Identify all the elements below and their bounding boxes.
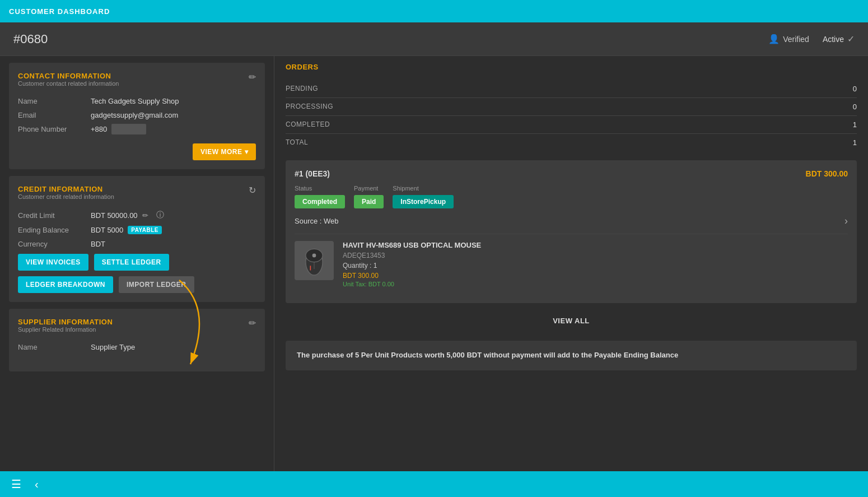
import-ledger-label: IMPORT LEDGER xyxy=(127,281,186,289)
orders-total-label: TOTAL xyxy=(286,138,308,147)
supplier-type-label: Supplier Type xyxy=(91,343,135,351)
supplier-info-title-block: SUPPLIER INFORMATION Supplier Related In… xyxy=(18,318,113,341)
back-icon[interactable]: ‹ xyxy=(35,478,39,491)
order-card: #1 (0EE3) BDT 300.00 Status Completed Pa… xyxy=(286,160,857,303)
ledger-breakdown-label: LEDGER BREAKDOWN xyxy=(26,281,105,289)
ending-balance-label: Ending Balance xyxy=(18,226,91,234)
supplier-edit-icon[interactable]: ✏ xyxy=(249,318,256,328)
orders-total-value: 1 xyxy=(853,138,857,147)
phone-blurred xyxy=(111,124,146,134)
orders-pending-row: PENDING 0 xyxy=(286,80,857,98)
view-invoices-label: VIEW INVOICES xyxy=(26,258,81,266)
orders-pending-value: 0 xyxy=(853,85,857,93)
header-status-area: 👤 Verified Active ✓ xyxy=(768,34,855,44)
credit-limit-value: BDT 50000.00 xyxy=(91,211,138,220)
notice-text: The purchase of 5 Per Unit Products wort… xyxy=(297,351,678,359)
order-amount: BDT 300.00 xyxy=(806,169,848,178)
contact-info-title: CONTACT INFORMATION xyxy=(18,72,119,80)
customer-id: #0680 xyxy=(13,32,48,47)
orders-processing-label: PROCESSING xyxy=(286,103,333,111)
credit-limit-value-row: BDT 50000.00 ✏ ⓘ xyxy=(91,210,164,220)
chevron-right-icon[interactable]: › xyxy=(844,215,848,227)
contact-phone-label: Phone Number xyxy=(18,125,91,133)
contact-phone-value: +880 xyxy=(91,125,146,133)
product-price: BDT 300.00 xyxy=(343,272,848,280)
orders-total-row: TOTAL 1 xyxy=(286,134,857,151)
orders-title: ORDERS xyxy=(286,63,857,71)
credit-info-title: CREDIT INFORMATION xyxy=(18,185,114,193)
credit-info-subtitle: Customer credit related information xyxy=(18,193,114,200)
supplier-info-card: SUPPLIER INFORMATION Supplier Related In… xyxy=(9,309,265,371)
ending-balance-value-row: BDT 5000 PAYABLE xyxy=(91,226,162,234)
order-card-header: #1 (0EE3) BDT 300.00 xyxy=(295,169,848,178)
shipment-col-label: Shipment xyxy=(393,185,454,192)
orders-processing-value: 0 xyxy=(853,103,857,111)
shipment-col: Shipment InStorePickup xyxy=(393,185,454,208)
product-image xyxy=(295,241,334,280)
status-col-label: Status xyxy=(295,185,345,192)
currency-value: BDT xyxy=(91,240,105,248)
view-more-button[interactable]: VIEW MORE ▾ xyxy=(193,143,256,160)
product-details: HAVIT HV-MS689 USB OPTICAL MOUSE ADEQE13… xyxy=(343,241,848,287)
mouse-product-svg xyxy=(300,243,328,279)
right-panel: ORDERS PENDING 0 PROCESSING 0 COMPLETED … xyxy=(274,56,868,471)
active-label: Active xyxy=(823,35,844,44)
product-tax: Unit Tax: BDT 0.00 xyxy=(343,281,848,287)
credit-button-row-2: LEDGER BREAKDOWN IMPORT LEDGER xyxy=(18,276,256,293)
source-row: Source : Web › xyxy=(295,215,848,227)
contact-info-title-block: CONTACT INFORMATION Customer contact rel… xyxy=(18,72,119,95)
ending-balance-value: BDT 5000 xyxy=(91,226,123,234)
product-sku: ADEQE13453 xyxy=(343,252,848,259)
shipment-badge: InStorePickup xyxy=(393,195,454,208)
menu-icon[interactable]: ☰ xyxy=(11,477,21,491)
contact-info-header: CONTACT INFORMATION Customer contact rel… xyxy=(18,72,256,95)
bottom-bar: ☰ ‹ xyxy=(0,471,868,497)
contact-email-value: gadgetssupply@gmail.com xyxy=(91,111,178,119)
payment-badge: Paid xyxy=(354,195,384,208)
orders-completed-value: 1 xyxy=(853,120,857,129)
settle-ledger-label: SETTLE LEDGER xyxy=(102,258,161,266)
credit-info-title-block: CREDIT INFORMATION Customer credit relat… xyxy=(18,185,114,208)
payable-badge: PAYABLE xyxy=(128,226,162,234)
orders-completed-row: COMPLETED 1 xyxy=(286,116,857,134)
product-item: HAVIT HV-MS689 USB OPTICAL MOUSE ADEQE13… xyxy=(295,234,848,294)
view-more-container: VIEW MORE ▾ xyxy=(18,139,256,160)
view-all-label: VIEW ALL xyxy=(553,317,590,325)
product-name: HAVIT HV-MS689 USB OPTICAL MOUSE xyxy=(343,241,848,249)
header: #0680 👤 Verified Active ✓ xyxy=(0,22,868,56)
credit-button-row-1: VIEW INVOICES SETTLE LEDGER xyxy=(18,254,256,271)
view-invoices-button[interactable]: VIEW INVOICES xyxy=(18,254,88,271)
credit-info-header: CREDIT INFORMATION Customer credit relat… xyxy=(18,185,256,208)
credit-info-icon[interactable]: ⓘ xyxy=(156,210,164,220)
main-content: CONTACT INFORMATION Customer contact rel… xyxy=(0,56,868,471)
contact-edit-icon[interactable]: ✏ xyxy=(249,72,256,82)
order-status-row: Status Completed Payment Paid Shipment I… xyxy=(295,185,848,208)
supplier-info-header: SUPPLIER INFORMATION Supplier Related In… xyxy=(18,318,256,341)
credit-edit-icon[interactable]: ✏ xyxy=(142,211,148,220)
notice-box: The purchase of 5 Per Unit Products wort… xyxy=(286,341,857,370)
import-ledger-button[interactable]: IMPORT LEDGER xyxy=(119,276,194,293)
verified-status: 👤 Verified xyxy=(768,34,809,44)
supplier-info-subtitle: Supplier Related Information xyxy=(18,326,113,333)
supplier-name-label: Name xyxy=(18,343,91,351)
contact-name-label: Name xyxy=(18,97,91,105)
credit-refresh-icon[interactable]: ↻ xyxy=(249,185,256,196)
currency-label: Currency xyxy=(18,240,91,248)
verified-icon: 👤 xyxy=(768,34,780,44)
orders-processing-row: PROCESSING 0 xyxy=(286,98,857,116)
checkmark-icon: ✓ xyxy=(847,34,855,44)
contact-email-row: Email gadgetssupply@gmail.com xyxy=(18,111,256,119)
supplier-info-title: SUPPLIER INFORMATION xyxy=(18,318,113,326)
source-text: Source : Web xyxy=(295,217,339,225)
orders-section: ORDERS PENDING 0 PROCESSING 0 COMPLETED … xyxy=(286,63,857,332)
settle-ledger-button[interactable]: SETTLE LEDGER xyxy=(94,254,169,271)
view-all-button[interactable]: VIEW ALL xyxy=(286,310,857,332)
currency-row: Currency BDT xyxy=(18,240,256,248)
contact-name-row: Name Tech Gadgets Supply Shop xyxy=(18,97,256,105)
contact-info-card: CONTACT INFORMATION Customer contact rel… xyxy=(9,63,265,169)
payment-col-label: Payment xyxy=(354,185,384,192)
status-badge: Completed xyxy=(295,195,345,208)
ledger-breakdown-button[interactable]: LEDGER BREAKDOWN xyxy=(18,276,113,293)
order-id: #1 (0EE3) xyxy=(295,169,330,178)
product-quantity: Quantity : 1 xyxy=(343,262,848,270)
